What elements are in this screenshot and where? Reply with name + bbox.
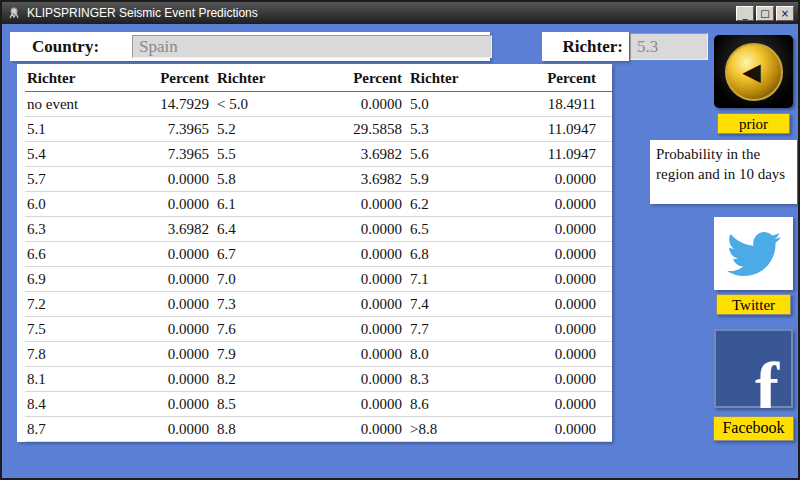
percent-cell: 0.0000 — [315, 346, 408, 363]
richter-cell: 7.1 — [408, 271, 508, 288]
back-arrow-icon: ◀ — [725, 43, 783, 101]
percent-cell: 0.0000 — [508, 196, 602, 213]
table-row: 8.70.00008.80.0000>8.80.0000 — [25, 417, 612, 442]
richter-cell: 6.6 — [25, 246, 123, 263]
maximize-button[interactable]: □ — [756, 6, 774, 21]
percent-cell: 0.0000 — [315, 321, 408, 338]
richter-cell: 5.1 — [25, 121, 123, 138]
richter-cell: 6.1 — [215, 196, 315, 213]
richter-cell: 5.6 — [408, 146, 508, 163]
richter-cell: 6.0 — [25, 196, 123, 213]
richter-cell: 6.3 — [25, 221, 123, 238]
richter-cell: 8.3 — [408, 371, 508, 388]
percent-cell: 0.0000 — [123, 421, 215, 438]
percent-cell: 0.0000 — [123, 171, 215, 188]
table-row: 6.00.00006.10.00006.20.0000 — [25, 192, 612, 217]
percent-cell: 0.0000 — [123, 296, 215, 313]
twitter-image-button[interactable] — [714, 217, 793, 290]
richter-cell: 8.8 — [215, 421, 315, 438]
header-richter: Richter — [25, 70, 123, 87]
richter-panel: Richter: — [542, 32, 629, 61]
window-title: KLIPSPRINGER Seismic Event Predictions — [27, 6, 736, 20]
percent-cell: 0.0000 — [315, 371, 408, 388]
richter-cell: 5.4 — [25, 146, 123, 163]
minimize-button[interactable]: _ — [736, 6, 754, 21]
prediction-table: RichterPercentRichterPercentRichterPerce… — [17, 64, 612, 442]
richter-cell: 6.8 — [408, 246, 508, 263]
richter-cell: >8.8 — [408, 421, 508, 438]
percent-cell: 0.0000 — [315, 96, 408, 113]
percent-cell: 3.6982 — [123, 221, 215, 238]
richter-cell: 8.4 — [25, 396, 123, 413]
percent-cell: 0.0000 — [508, 246, 602, 263]
richter-cell: 6.2 — [408, 196, 508, 213]
percent-cell: 0.0000 — [315, 246, 408, 263]
prior-button[interactable]: prior — [717, 113, 790, 134]
richter-cell: 5.2 — [215, 121, 315, 138]
percent-cell: 0.0000 — [123, 196, 215, 213]
richter-cell: 7.0 — [215, 271, 315, 288]
facebook-image-button[interactable]: f — [714, 329, 793, 408]
header-richter: Richter — [215, 70, 315, 87]
percent-cell: 0.0000 — [315, 196, 408, 213]
richter-cell: 6.7 — [215, 246, 315, 263]
facebook-f-icon: f — [755, 352, 779, 408]
richter-input[interactable] — [630, 33, 708, 60]
country-label: Country: — [32, 37, 99, 57]
percent-cell: 0.0000 — [123, 271, 215, 288]
richter-cell: 5.8 — [215, 171, 315, 188]
facebook-button[interactable]: Facebook — [713, 416, 794, 441]
info-box: Probability in the region and in 10 days — [650, 140, 797, 204]
richter-cell: 5.5 — [215, 146, 315, 163]
table-row: 5.47.39655.53.69825.611.0947 — [25, 142, 612, 167]
richter-cell: 7.2 — [25, 296, 123, 313]
back-arrow-glyph: ◀ — [742, 60, 760, 84]
richter-label: Richter: — [563, 37, 623, 57]
close-button[interactable]: × — [776, 6, 794, 21]
percent-cell: 0.0000 — [508, 346, 602, 363]
richter-cell: 5.9 — [408, 171, 508, 188]
percent-cell: 0.0000 — [508, 221, 602, 238]
richter-cell: 7.3 — [215, 296, 315, 313]
table-row: 6.60.00006.70.00006.80.0000 — [25, 242, 612, 267]
percent-cell: 3.6982 — [315, 171, 408, 188]
percent-cell: 18.4911 — [508, 96, 602, 113]
table-row: 8.10.00008.20.00008.30.0000 — [25, 367, 612, 392]
richter-cell: 7.9 — [215, 346, 315, 363]
header-richter: Richter — [408, 70, 508, 87]
table-row: 8.40.00008.50.00008.60.0000 — [25, 392, 612, 417]
richter-cell: 5.0 — [408, 96, 508, 113]
percent-cell: 0.0000 — [508, 321, 602, 338]
percent-cell: 0.0000 — [508, 371, 602, 388]
percent-cell: 0.0000 — [508, 421, 602, 438]
twitter-button[interactable]: Twitter — [716, 294, 791, 315]
window-controls: _ □ × — [736, 6, 794, 21]
richter-cell: 8.7 — [25, 421, 123, 438]
richter-cell: 8.2 — [215, 371, 315, 388]
prior-image-button[interactable]: ◀ — [714, 35, 793, 108]
richter-cell: 8.5 — [215, 396, 315, 413]
percent-cell: 0.0000 — [315, 221, 408, 238]
richter-cell: 8.6 — [408, 396, 508, 413]
percent-cell: 0.0000 — [508, 396, 602, 413]
table-row: 7.80.00007.90.00008.00.0000 — [25, 342, 612, 367]
percent-cell: 11.0947 — [508, 121, 602, 138]
header-percent: Percent — [123, 70, 215, 87]
table-header-row: RichterPercentRichterPercentRichterPerce… — [25, 66, 612, 92]
richter-cell: 5.3 — [408, 121, 508, 138]
richter-cell: 6.9 — [25, 271, 123, 288]
country-input[interactable] — [132, 35, 492, 58]
header-percent: Percent — [508, 70, 602, 87]
prediction-table-body: no event14.7929< 5.00.00005.018.49115.17… — [25, 92, 612, 442]
richter-cell: 7.6 — [215, 321, 315, 338]
table-row: 5.17.39655.229.58585.311.0947 — [25, 117, 612, 142]
table-row: 6.90.00007.00.00007.10.0000 — [25, 267, 612, 292]
richter-cell: 6.5 — [408, 221, 508, 238]
percent-cell: 14.7929 — [123, 96, 215, 113]
table-row: 7.50.00007.60.00007.70.0000 — [25, 317, 612, 342]
percent-cell: 11.0947 — [508, 146, 602, 163]
richter-cell: 7.5 — [25, 321, 123, 338]
richter-cell: 5.7 — [25, 171, 123, 188]
richter-cell: 8.1 — [25, 371, 123, 388]
header-percent: Percent — [315, 70, 408, 87]
